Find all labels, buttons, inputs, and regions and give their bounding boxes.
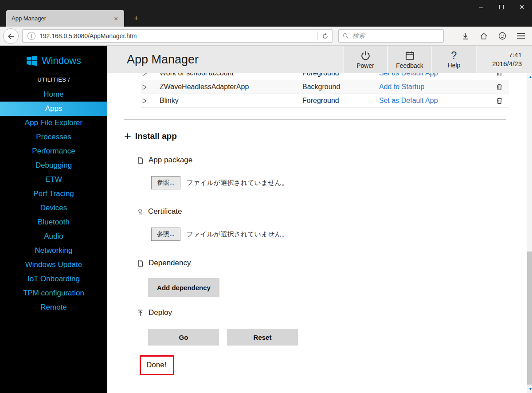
reload-button[interactable] xyxy=(318,30,332,42)
uninstall-button[interactable] xyxy=(496,73,509,77)
sidebar-nav: Home Apps App File Explorer Processes Pe… xyxy=(0,87,107,314)
app-action-link[interactable]: Set as Default App xyxy=(379,97,438,104)
run-app-button[interactable] xyxy=(141,73,160,77)
vertical-scrollbar[interactable]: ▲ ▼ xyxy=(527,73,532,393)
play-icon xyxy=(141,73,148,77)
search-input[interactable]: 検索 xyxy=(338,29,444,43)
power-button[interactable]: Power xyxy=(343,46,387,73)
done-status-badge: Done! xyxy=(140,355,174,375)
trash-icon xyxy=(496,83,503,91)
tab-title: App Manager xyxy=(12,15,113,22)
back-button[interactable] xyxy=(3,28,19,44)
sidebar-item-audio[interactable]: Audio xyxy=(0,229,107,244)
home-button[interactable] xyxy=(474,29,493,43)
sidebar-item-devices[interactable]: Devices xyxy=(0,201,107,215)
sidebar-item-processes[interactable]: Processes xyxy=(0,130,107,144)
app-package-label: App package xyxy=(137,156,527,165)
play-icon xyxy=(141,84,148,90)
clock: 7:41 2016/4/23 xyxy=(476,46,532,73)
feedback-button[interactable]: Feedback xyxy=(387,46,431,73)
app-name: Blinky xyxy=(160,97,302,105)
address-bar[interactable]: i 192.168.0.5:8080/AppManager.htm xyxy=(22,29,332,43)
sidebar-item-perf-tracing[interactable]: Perf Tracing xyxy=(0,187,107,201)
app-package-browse-button[interactable]: 参照... xyxy=(151,176,180,189)
downloads-button[interactable] xyxy=(456,29,474,43)
sidebar-item-networking[interactable]: Networking xyxy=(0,244,107,258)
feedback-label: Feedback xyxy=(396,62,423,69)
back-arrow-icon xyxy=(7,32,16,41)
clock-date: 2016/4/23 xyxy=(477,59,522,68)
browser-navbar: i 192.168.0.5:8080/AppManager.htm 検索 xyxy=(0,27,532,46)
sidebar-item-tpm-configuration[interactable]: TPM configuration xyxy=(0,286,107,300)
certificate-no-file-text: ファイルが選択されていません。 xyxy=(187,230,288,239)
feedback-icon xyxy=(404,50,415,61)
table-row: ZWaveHeadlessAdapterApp Background Add t… xyxy=(141,80,509,94)
reload-icon xyxy=(321,32,329,40)
table-row: Blinky Foreground Set as Default App xyxy=(141,94,509,108)
play-icon xyxy=(141,98,148,104)
add-dependency-button[interactable]: Add dependency xyxy=(148,278,219,297)
table-row-clipped: Work or school account Foreground Set as… xyxy=(141,73,509,80)
windows-logo-icon xyxy=(26,55,38,67)
sidebar-item-home[interactable]: Home xyxy=(0,87,107,102)
go-button[interactable]: Go xyxy=(148,329,219,346)
run-app-button[interactable] xyxy=(141,98,160,104)
certificate-label: Certificate xyxy=(137,207,527,216)
sidebar-item-debugging[interactable]: Debugging xyxy=(0,158,107,173)
windows-brand[interactable]: Windows xyxy=(0,55,107,67)
sidebar-item-performance[interactable]: Performance xyxy=(0,144,107,158)
app-state: Background xyxy=(302,83,379,91)
uninstall-button[interactable] xyxy=(496,97,509,105)
sidebar-item-bluetooth[interactable]: Bluetooth xyxy=(0,215,107,229)
reset-button[interactable]: Reset xyxy=(227,329,298,346)
sidebar-section-label: UTILITIES / xyxy=(0,76,107,83)
app-action-link[interactable]: Set as Default App xyxy=(379,73,438,77)
header-spacer xyxy=(199,46,343,73)
sidebar-item-iot-onboarding[interactable]: IoT Onboarding xyxy=(0,272,107,286)
brand-text: Windows xyxy=(42,55,81,67)
certificate-file-input: 参照... ファイルが選択されていません。 xyxy=(151,228,527,241)
menu-button[interactable] xyxy=(512,29,530,43)
sidebar-item-apps[interactable]: Apps xyxy=(0,102,107,116)
scrollbar-thumb[interactable] xyxy=(527,252,532,385)
app-name: Work or school account xyxy=(160,73,302,77)
clock-time: 7:41 xyxy=(477,51,522,59)
maximize-button[interactable] xyxy=(491,0,512,14)
app-package-file-input: 参照... ファイルが選択されていません。 xyxy=(151,176,527,189)
browser-tab[interactable]: App Manager × xyxy=(6,10,124,27)
tab-close-icon[interactable]: × xyxy=(113,15,119,22)
site-info-icon[interactable]: i xyxy=(27,32,35,40)
sidebar-item-etw[interactable]: ETW xyxy=(0,173,107,187)
maximize-icon xyxy=(499,5,504,9)
app-action-link[interactable]: Add to Startup xyxy=(379,83,424,90)
device-portal-page: Windows UTILITIES / Home Apps App File E… xyxy=(0,46,532,393)
url-text[interactable]: 192.168.0.5:8080/AppManager.htm xyxy=(39,32,317,39)
scroll-up-arrow[interactable]: ▲ xyxy=(527,73,532,81)
minimize-button[interactable]: – xyxy=(471,0,491,14)
smiley-icon xyxy=(498,31,507,40)
content-area: Work or school account Foreground Set as… xyxy=(107,73,532,393)
main-column: App Manager Power Feedback ? Help xyxy=(107,46,532,393)
page-header: App Manager Power Feedback ? Help xyxy=(107,46,532,73)
sidebar: Windows UTILITIES / Home Apps App File E… xyxy=(0,46,107,393)
sidebar-item-app-file-explorer[interactable]: App File Explorer xyxy=(0,116,107,130)
uninstall-button[interactable] xyxy=(496,83,509,91)
close-button[interactable]: × xyxy=(512,0,532,14)
sidebar-item-remote[interactable]: Remote xyxy=(0,300,107,314)
trash-icon xyxy=(496,73,503,77)
certificate-browse-button[interactable]: 参照... xyxy=(151,228,180,241)
trash-icon xyxy=(496,97,503,105)
search-placeholder: 検索 xyxy=(352,32,365,40)
app-state: Foreground xyxy=(302,73,379,77)
section-divider xyxy=(124,119,506,120)
install-app-heading: + Install app xyxy=(124,130,527,142)
window-controls: – × xyxy=(471,0,532,14)
certificate-text: Certificate xyxy=(148,207,182,216)
feedback-smiley-button[interactable] xyxy=(493,29,512,43)
help-button[interactable]: ? Help xyxy=(431,46,476,73)
scroll-down-arrow[interactable]: ▼ xyxy=(527,385,532,393)
new-tab-button[interactable]: + xyxy=(129,12,143,24)
run-app-button[interactable] xyxy=(141,84,160,90)
hamburger-icon xyxy=(517,33,525,39)
sidebar-item-windows-update[interactable]: Windows Update xyxy=(0,258,107,272)
